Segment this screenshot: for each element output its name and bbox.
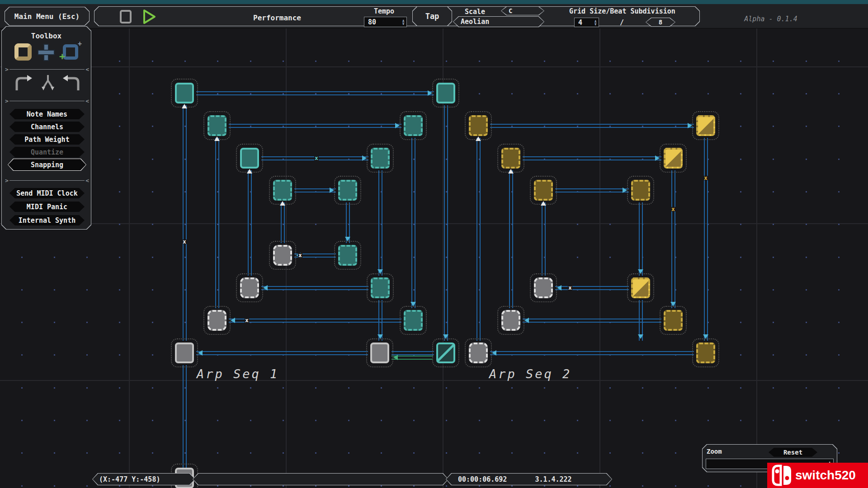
toggle-snapping[interactable]: Snapping bbox=[8, 159, 86, 171]
sequence-label[interactable]: Arp Seq 1 bbox=[197, 367, 279, 381]
seq-node-teal-dashed[interactable] bbox=[371, 148, 390, 169]
stop-button[interactable] bbox=[120, 10, 132, 23]
seq-node-gray-solid[interactable] bbox=[370, 343, 389, 363]
grid-dot bbox=[773, 61, 774, 62]
seq-node-gold-active[interactable] bbox=[696, 115, 715, 136]
path-connection[interactable] bbox=[196, 91, 434, 95]
path-repeat-marker[interactable]: x bbox=[245, 318, 249, 323]
merge-paths-icon[interactable] bbox=[40, 74, 56, 92]
path-connection[interactable] bbox=[229, 124, 401, 128]
seq-node-teal-dashed[interactable] bbox=[273, 180, 292, 201]
tap-tempo-button[interactable]: Tap bbox=[412, 6, 452, 26]
path-connection[interactable] bbox=[411, 138, 415, 308]
path-repeat-marker[interactable]: x bbox=[703, 176, 708, 180]
seq-node-gold-dashed[interactable] bbox=[696, 343, 715, 363]
main-menu-button[interactable]: Main Menu (Esc) bbox=[5, 7, 90, 26]
path-connection[interactable] bbox=[490, 124, 694, 128]
toggle-quantize[interactable]: Quantize bbox=[9, 147, 85, 157]
path-connection[interactable] bbox=[229, 319, 401, 323]
seq-node-gold-dashed[interactable] bbox=[534, 180, 553, 201]
node-canvas[interactable]: xxxxxxxArp Seq 1Arp Seq 2 bbox=[0, 0, 868, 488]
grid-dot bbox=[806, 159, 807, 160]
seq-node-teal-dashed[interactable] bbox=[404, 310, 423, 331]
seq-node-gray-gear[interactable] bbox=[469, 343, 488, 363]
seq-node-teal-dashed[interactable] bbox=[371, 277, 390, 298]
grid-dot bbox=[838, 289, 840, 291]
path-repeat-marker[interactable]: x bbox=[182, 239, 187, 244]
move-tool-icon[interactable] bbox=[37, 43, 55, 61]
path-repeat-marker[interactable]: x bbox=[314, 156, 319, 160]
seq-node-gray-gear[interactable] bbox=[273, 245, 292, 266]
seq-node-teal-dashed[interactable] bbox=[338, 245, 357, 266]
seq-node-gray-gear[interactable] bbox=[501, 310, 520, 331]
path-connection[interactable] bbox=[444, 105, 448, 341]
grid-dot bbox=[446, 387, 447, 389]
seq-node-teal-diag[interactable] bbox=[436, 343, 455, 363]
sequence-label[interactable]: Arp Seq 2 bbox=[489, 367, 571, 381]
seq-node-gold-active[interactable] bbox=[631, 277, 650, 298]
grid-dot bbox=[446, 420, 447, 421]
path-connection[interactable] bbox=[261, 286, 368, 290]
path-connection[interactable] bbox=[704, 138, 708, 341]
path-connection[interactable] bbox=[476, 138, 481, 341]
path-connection[interactable] bbox=[509, 170, 513, 308]
path-connection[interactable] bbox=[392, 351, 434, 355]
add-node-tool-icon[interactable]: + + bbox=[61, 43, 80, 61]
path-connection[interactable] bbox=[542, 202, 546, 276]
path-connection[interactable] bbox=[671, 170, 675, 308]
seq-node-gold-dashed[interactable] bbox=[664, 310, 683, 331]
grid-dot bbox=[315, 61, 316, 62]
seq-node-gray-gear[interactable] bbox=[240, 277, 259, 298]
internal-synth-button[interactable]: Internal Synth bbox=[9, 215, 85, 225]
play-button[interactable] bbox=[142, 9, 156, 25]
path-connection[interactable] bbox=[215, 138, 219, 308]
path-direction-arrow bbox=[638, 269, 643, 274]
frame-tool-icon[interactable] bbox=[14, 43, 32, 61]
seq-node-gold-dashed[interactable] bbox=[501, 148, 520, 169]
toggle-note-names[interactable]: Note Names bbox=[9, 109, 85, 119]
seq-node-gray-gear[interactable] bbox=[208, 310, 226, 331]
seq-node-gray-gear[interactable] bbox=[534, 277, 553, 298]
path-connection[interactable] bbox=[555, 286, 629, 290]
seq-node-gray-solid[interactable] bbox=[175, 343, 194, 363]
seq-node-teal-dashed[interactable] bbox=[404, 115, 423, 136]
path-connection[interactable] bbox=[281, 202, 285, 243]
seq-node-teal-solid[interactable] bbox=[436, 83, 455, 103]
seq-node-gold-dashed[interactable] bbox=[469, 115, 488, 136]
path-repeat-marker[interactable]: x bbox=[568, 286, 572, 290]
path-connection[interactable] bbox=[490, 351, 694, 355]
scale-mode-dropdown[interactable]: Aeolian bbox=[453, 16, 544, 27]
toggle-channels[interactable]: Channels bbox=[9, 122, 85, 132]
tempo-spinner[interactable]: 80 ∧∨ bbox=[364, 17, 407, 27]
path-connection[interactable] bbox=[378, 170, 382, 276]
grid-size-spinner-arrows[interactable]: ∧∨ bbox=[594, 20, 597, 25]
toggle-path-weight[interactable]: Path Weight bbox=[9, 134, 85, 145]
path-repeat-marker[interactable]: x bbox=[671, 207, 675, 211]
grid-size-spinner[interactable]: 4 ∧∨ bbox=[574, 18, 599, 27]
zoom-reset-button[interactable]: Reset bbox=[769, 448, 817, 457]
send-midi-clock-button[interactable]: Send MIDI Clock bbox=[9, 188, 85, 198]
grid-dot bbox=[511, 387, 513, 389]
path-connection[interactable] bbox=[523, 156, 661, 160]
path-connection[interactable] bbox=[555, 188, 629, 192]
seq-node-teal-solid[interactable] bbox=[240, 148, 259, 169]
path-connection[interactable] bbox=[183, 105, 187, 341]
path-connection[interactable] bbox=[196, 351, 368, 355]
tempo-spinner-arrows[interactable]: ∧∨ bbox=[402, 19, 405, 25]
midi-panic-button[interactable]: MIDI Panic bbox=[9, 202, 85, 212]
undo-icon[interactable] bbox=[13, 74, 34, 92]
seq-node-teal-dashed[interactable] bbox=[338, 180, 357, 201]
grid-dot bbox=[119, 387, 120, 389]
path-connection[interactable] bbox=[639, 202, 643, 276]
seq-node-teal-dashed[interactable] bbox=[208, 115, 226, 136]
grid-dot bbox=[413, 420, 415, 421]
redo-icon[interactable] bbox=[61, 74, 82, 92]
grid-dot bbox=[740, 322, 741, 323]
path-connection[interactable] bbox=[248, 170, 252, 276]
path-repeat-marker[interactable]: x bbox=[298, 253, 302, 258]
seq-node-gold-active[interactable] bbox=[664, 148, 683, 169]
beat-subdivision-dropdown[interactable]: 8 bbox=[646, 18, 675, 27]
scale-root-dropdown[interactable]: C bbox=[501, 6, 544, 15]
seq-node-teal-solid[interactable] bbox=[175, 83, 194, 103]
seq-node-gold-dashed[interactable] bbox=[631, 180, 650, 201]
